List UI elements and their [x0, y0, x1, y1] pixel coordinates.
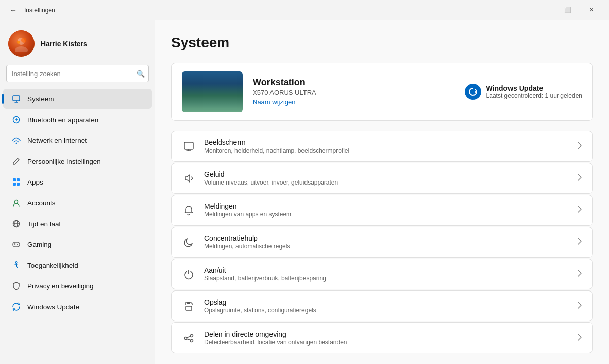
- settings-item-title-concentratiehulp: Concentratiehulp: [204, 234, 569, 242]
- close-button[interactable]: ✕: [580, 2, 603, 18]
- settings-item-sub-aan-uit: Slaapstand, batterijverbruik, batterijbe…: [204, 275, 569, 282]
- bluetooth-icon: [11, 115, 21, 125]
- sidebar-item-gaming[interactable]: Gaming: [3, 234, 152, 254]
- settings-item-sub-beeldscherm: Monitoren, helderheid, nachtlamp, beelds…: [204, 147, 569, 154]
- sidebar-item-apps[interactable]: Apps: [3, 172, 152, 192]
- sidebar-item-accounts[interactable]: Accounts: [3, 193, 152, 213]
- apps-icon: [11, 177, 21, 187]
- svg-point-16: [17, 244, 18, 245]
- svg-rect-9: [13, 183, 16, 186]
- svg-rect-19: [186, 306, 192, 310]
- sidebar-item-label-privacy: Privacy en beveiliging: [27, 282, 94, 290]
- rename-link[interactable]: Naam wijzigen: [253, 98, 296, 106]
- sidebar-item-windows-update[interactable]: Windows Update: [3, 297, 152, 317]
- svg-point-1: [15, 46, 28, 52]
- sidebar-nav: SysteemBluetooth en apparatenNetwerk en …: [0, 86, 155, 364]
- sidebar-item-label-systeem: Systeem: [27, 95, 54, 103]
- svg-rect-10: [17, 183, 20, 186]
- sidebar: Harrie Kisters 🔍 SysteemBluetooth en app…: [0, 20, 155, 364]
- settings-item-opslag[interactable]: OpslagOpslagruimte, stations, configurat…: [171, 290, 593, 321]
- device-info: Workstation X570 AORUS ULTRA Naam wijzig…: [253, 77, 455, 106]
- persoonlijk-icon: [11, 156, 21, 166]
- sidebar-item-toegankelijkheid[interactable]: Toegankelijkheid: [3, 255, 152, 275]
- settings-item-beeldscherm[interactable]: BeeldschermMonitoren, helderheid, nachtl…: [171, 131, 593, 162]
- back-button[interactable]: ←: [6, 3, 20, 17]
- settings-item-sub-geluid: Volume niveaus, uitvoer, invoer, geluids…: [204, 179, 569, 186]
- settings-item-text-aan-uit: Aan/uitSlaapstand, batterijverbruik, bat…: [204, 266, 569, 282]
- sidebar-item-label-netwerk: Netwerk en internet: [27, 137, 87, 144]
- sidebar-item-systeem[interactable]: Systeem: [3, 89, 152, 109]
- avatar: [8, 30, 35, 57]
- settings-item-text-opslag: OpslagOpslagruimte, stations, configurat…: [204, 298, 569, 314]
- chevron-right-icon: [577, 237, 582, 247]
- svg-rect-18: [184, 142, 193, 149]
- delen-icon: [182, 331, 196, 345]
- app-body: Harrie Kisters 🔍 SysteemBluetooth en app…: [0, 20, 609, 364]
- toegankelijkheid-icon: [11, 260, 21, 270]
- settings-item-concentratiehulp[interactable]: ConcentratiehulpMeldingen, automatische …: [171, 227, 593, 258]
- accounts-icon: [11, 198, 21, 208]
- sidebar-item-netwerk[interactable]: Netwerk en internet: [3, 130, 152, 151]
- concentratiehulp-icon: [182, 235, 196, 249]
- sidebar-item-label-persoonlijk: Persoonlijke instellingen: [27, 158, 101, 165]
- device-name: Workstation: [253, 77, 455, 88]
- sidebar-item-bluetooth[interactable]: Bluetooth en apparaten: [3, 110, 152, 130]
- chevron-right-icon: [577, 205, 582, 215]
- sidebar-item-label-windows-update: Windows Update: [27, 303, 79, 311]
- update-subtitle: Laatst gecontroleerd: 1 uur geleden: [486, 92, 582, 99]
- settings-item-text-geluid: GeluidVolume niveaus, uitvoer, invoer, g…: [204, 170, 569, 186]
- settings-item-text-meldingen: MeldingenMeldingen van apps en systeem: [204, 202, 569, 218]
- search-input[interactable]: [6, 65, 149, 82]
- update-icon: [465, 84, 481, 100]
- settings-item-text-concentratiehulp: ConcentratiehulpMeldingen, automatische …: [204, 234, 569, 250]
- titlebar: ← Instellingen — ⬜ ✕: [0, 0, 609, 20]
- systeem-icon: [11, 94, 21, 104]
- sidebar-item-label-accounts: Accounts: [27, 199, 56, 207]
- update-info: Windows Update Laatst gecontroleerd: 1 u…: [486, 84, 582, 99]
- windows-update-icon: [11, 302, 21, 312]
- meldingen-icon: [182, 203, 196, 217]
- settings-item-delen[interactable]: Delen in directe omgevingDetecteerbaarhe…: [171, 322, 593, 353]
- username: Harrie Kisters: [41, 40, 87, 48]
- settings-item-meldingen[interactable]: MeldingenMeldingen van apps en systeem: [171, 195, 593, 226]
- settings-item-title-beeldscherm: Beeldscherm: [204, 138, 569, 147]
- search-container: 🔍: [6, 65, 149, 82]
- svg-rect-4: [13, 96, 20, 101]
- sidebar-item-label-toegankelijkheid: Toegankelijkheid: [27, 262, 78, 269]
- settings-item-title-delen: Delen in directe omgeving: [204, 330, 569, 338]
- settings-item-aan-uit[interactable]: Aan/uitSlaapstand, batterijverbruik, bat…: [171, 259, 593, 289]
- svg-point-2: [17, 41, 20, 44]
- sidebar-item-persoonlijk[interactable]: Persoonlijke instellingen: [3, 151, 152, 171]
- sidebar-item-privacy[interactable]: Privacy en beveiliging: [3, 276, 152, 296]
- chevron-right-icon: [577, 333, 582, 343]
- minimize-button[interactable]: —: [533, 2, 556, 18]
- device-banner: Workstation X570 AORUS ULTRA Naam wijzig…: [171, 63, 593, 121]
- app-title: Instellingen: [24, 7, 55, 14]
- sidebar-item-tijd[interactable]: Tijd en taal: [3, 213, 152, 234]
- settings-item-geluid[interactable]: GeluidVolume niveaus, uitvoer, invoer, g…: [171, 163, 593, 194]
- windows-update-banner[interactable]: Windows Update Laatst gecontroleerd: 1 u…: [465, 84, 582, 100]
- settings-list: BeeldschermMonitoren, helderheid, nachtl…: [171, 131, 593, 353]
- page-title: Systeem: [171, 34, 593, 51]
- settings-item-sub-opslag: Opslagruimte, stations, configuratierege…: [204, 307, 569, 314]
- aan-uit-icon: [182, 267, 196, 281]
- device-model: X570 AORUS ULTRA: [253, 89, 455, 96]
- opslag-icon: [182, 299, 196, 313]
- svg-point-3: [21, 38, 26, 43]
- settings-item-sub-concentratiehulp: Meldingen, automatische regels: [204, 243, 569, 250]
- chevron-right-icon: [577, 269, 582, 279]
- geluid-icon: [182, 171, 196, 186]
- chevron-right-icon: [577, 301, 582, 311]
- svg-point-17: [15, 262, 17, 264]
- netwerk-icon: [11, 135, 21, 145]
- svg-rect-14: [13, 242, 20, 247]
- gaming-icon: [11, 239, 21, 249]
- settings-item-text-delen: Delen in directe omgevingDetecteerbaarhe…: [204, 330, 569, 346]
- maximize-button[interactable]: ⬜: [556, 2, 580, 18]
- settings-item-title-opslag: Opslag: [204, 298, 569, 306]
- sidebar-item-label-apps: Apps: [27, 178, 43, 186]
- chevron-right-icon: [577, 141, 582, 151]
- settings-item-title-aan-uit: Aan/uit: [204, 266, 569, 274]
- settings-item-sub-meldingen: Meldingen van apps en systeem: [204, 211, 569, 218]
- window-controls: — ⬜ ✕: [533, 2, 603, 18]
